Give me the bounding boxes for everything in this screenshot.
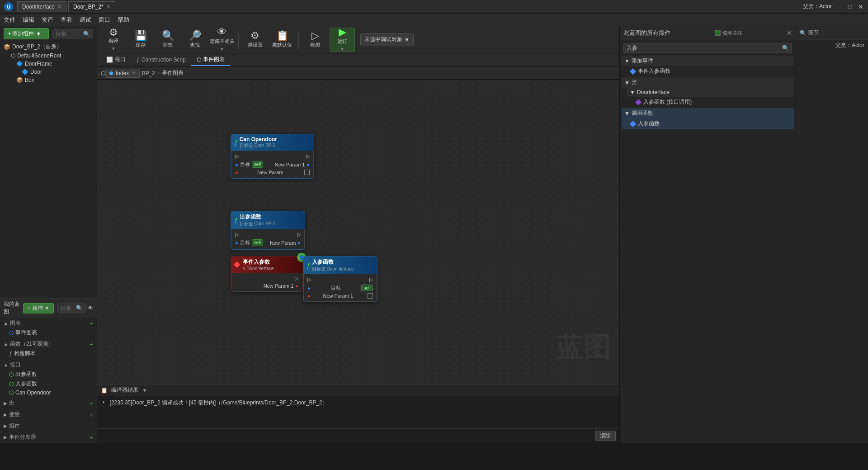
ops-subsection-doorinterface-header[interactable]: ▼ Doorinterface bbox=[627, 88, 794, 97]
bp-item-in-func[interactable]: ⬡ 入参函数 bbox=[0, 379, 97, 389]
eye-icon[interactable]: 👁 bbox=[88, 305, 93, 311]
component-search[interactable]: 🔍 bbox=[52, 29, 93, 38]
tree-item-door[interactable]: 🔷 Door bbox=[0, 68, 97, 76]
tree-item-defaultsceneroot[interactable]: ⬡ DefaultSceneRoot bbox=[0, 52, 97, 60]
add-function-button[interactable]: + bbox=[90, 341, 93, 348]
out-pin-event: ● bbox=[295, 283, 298, 289]
tab-close-icon[interactable]: ✕ bbox=[57, 4, 61, 9]
node-chu-can-shu[interactable]: ƒ 出参函数 目标是 Door BP 2 ▷ ▷ ● 目标 bbox=[231, 211, 305, 250]
exec-in-pin: ▷ bbox=[235, 153, 239, 159]
debug-filter[interactable]: 未选中调试对象 ▼ bbox=[360, 33, 414, 46]
blueprint-canvas[interactable]: ƒ Can Opendoor 目标是 Door BP 2 ▷ ▷ ● 目标 bbox=[97, 80, 619, 384]
menu-debug[interactable]: 调试 bbox=[80, 16, 91, 24]
operations-search[interactable]: 🔍 bbox=[623, 43, 792, 53]
clear-button[interactable]: 清除 bbox=[595, 431, 616, 441]
bp-controls: + 新增 ▼ 🔍 👁 bbox=[23, 303, 93, 313]
bp-section-macros-header[interactable]: ▶ 宏 + bbox=[0, 399, 97, 408]
tab-close-icon[interactable]: ✕ bbox=[106, 4, 110, 9]
add-macro-button[interactable]: + bbox=[90, 400, 93, 407]
out-pin-new-param1: ● bbox=[307, 162, 310, 167]
tree-item-self[interactable]: 📦 Door_BP_2（自身） bbox=[0, 42, 97, 52]
bp-item-can-opendoor[interactable]: ⬡ Can Opendoor bbox=[0, 389, 97, 397]
menu-view[interactable]: 查看 bbox=[61, 16, 72, 24]
browse-button[interactable]: 🔍 浏览 bbox=[155, 28, 180, 52]
tooltip-close-icon[interactable]: ✕ bbox=[132, 70, 136, 76]
breadcrumb: ⬡ ◀ ▶ ⊞ Door_BP_2 > 事件图表 Index ✕ bbox=[97, 67, 619, 80]
bp-section-graphs-header[interactable]: ▲ 图表 + bbox=[0, 318, 97, 328]
arrow-icon: ▲ bbox=[4, 321, 8, 326]
find-button[interactable]: 🔎 查找 bbox=[182, 28, 208, 52]
bp-section-variables-header[interactable]: ▶ 变量 + bbox=[0, 410, 97, 419]
center-area: ⚙ 编译 ▼ 💾 保存 🔍 浏览 🔎 查找 👁 隐藏不相关 ▼ bbox=[97, 26, 619, 443]
tab-door-bp2[interactable]: Door_BP_2* ✕ bbox=[68, 1, 115, 12]
ops-panel-close[interactable]: ✕ bbox=[787, 29, 792, 37]
node-row-exec2: ▷ ▷ bbox=[231, 231, 304, 238]
hide-dropdown-icon[interactable]: ▼ bbox=[219, 46, 225, 52]
ops-section-call-func-header[interactable]: ▼ 调用函数 bbox=[622, 108, 794, 119]
checkbox-new-param[interactable] bbox=[304, 170, 310, 175]
detail-panel: 🔍 细节 父类：Actor bbox=[796, 26, 868, 443]
ops-item-event-input-func[interactable]: 事件入参函数 bbox=[622, 66, 794, 76]
compiler-dropdown-icon[interactable]: ▼ bbox=[142, 387, 147, 394]
add-graph-button[interactable]: + bbox=[90, 320, 93, 327]
menu-file[interactable]: 文件 bbox=[4, 16, 15, 24]
bp-section-event-dispatchers-header[interactable]: ▶ 事件分发器 + bbox=[0, 432, 97, 442]
win-minimize[interactable]: ─ bbox=[835, 3, 843, 10]
toolbar-sep1 bbox=[238, 31, 239, 49]
tree-item-doorframe[interactable]: 🔷 DoorFrame bbox=[0, 60, 97, 68]
node-event-input[interactable]: 事件入参数 // Doorinterface ▷ New Param 1 ● bbox=[231, 256, 303, 292]
menu-assets[interactable]: 资产 bbox=[42, 16, 53, 24]
tab-viewport[interactable]: ⬜ 视口 bbox=[101, 54, 131, 66]
index-dot-icon bbox=[109, 71, 113, 75]
bp-search-input[interactable] bbox=[61, 305, 76, 311]
bp-section-interfaces-header[interactable]: ▲ 接口 bbox=[0, 360, 97, 370]
component-search-input[interactable] bbox=[56, 31, 83, 37]
menu-edit[interactable]: 编辑 bbox=[23, 16, 34, 24]
ops-section-add-event-header[interactable]: ▼ 添加事件 bbox=[622, 56, 794, 66]
menu-window[interactable]: 窗口 bbox=[99, 16, 110, 24]
operations-search-input[interactable] bbox=[627, 45, 780, 51]
bp-section-components-header[interactable]: ▶ 组件 bbox=[0, 421, 97, 431]
arrow-icon2: ▲ bbox=[4, 342, 8, 347]
play-dropdown-icon[interactable]: ▼ bbox=[339, 46, 345, 52]
simulate-button[interactable]: ▷ 模拟 bbox=[302, 28, 328, 52]
node-input-func[interactable]: ƒ 入参函数 目标是 Doorinterface ▷ ▷ ● 目标 bbox=[303, 256, 377, 302]
node-can-opendoor[interactable]: ƒ Can Opendoor 目标是 Door BP 2 ▷ ▷ ● 目标 bbox=[231, 134, 314, 179]
class-defaults-button[interactable]: 📋 类默认值 bbox=[269, 28, 295, 52]
checkbox-new-param-if[interactable] bbox=[368, 293, 373, 299]
win-maximize[interactable]: □ bbox=[846, 3, 854, 10]
node-title-chu: 出参函数 bbox=[240, 213, 275, 221]
arrow-icon4: ▶ bbox=[4, 401, 7, 406]
add-component-button[interactable]: + 添加组件 ▼ bbox=[4, 28, 49, 39]
win-close[interactable]: ✕ bbox=[857, 3, 864, 10]
new-blueprint-button[interactable]: + 新增 ▼ bbox=[23, 303, 53, 313]
tab-event-graph[interactable]: ⬡ 事件图表 bbox=[191, 54, 230, 66]
simulate-icon: ▷ bbox=[311, 31, 319, 41]
tab-doorinterface[interactable]: Doorinterface ✕ bbox=[17, 1, 66, 12]
compile-dropdown-icon[interactable]: ▼ bbox=[110, 45, 117, 52]
bp-section-functions-header[interactable]: ▲ 函数（21可覆盖） + bbox=[0, 339, 97, 349]
context-checkbox[interactable]: 情境关联 bbox=[715, 30, 742, 37]
tab-construction[interactable]: ƒ Construction Scrip bbox=[131, 55, 191, 66]
bp-search[interactable]: 🔍 bbox=[57, 304, 86, 313]
bp-item-event-graph[interactable]: ⬡ 事件图表 bbox=[0, 328, 97, 337]
tree-item-box[interactable]: 📦 Box bbox=[0, 76, 97, 84]
save-button[interactable]: 💾 保存 bbox=[128, 28, 153, 52]
hide-button[interactable]: 👁 隐藏不相关 ▼ bbox=[209, 28, 235, 52]
bp-item-out-func[interactable]: ⬡ 出参函数 bbox=[0, 370, 97, 379]
compile-button[interactable]: ⚙ 编译 ▼ bbox=[101, 28, 126, 52]
ops-item-interface-call[interactable]: 入参函数 (接口调用) bbox=[627, 97, 794, 107]
main-area: + 添加组件 ▼ 🔍 📦 Door_BP_2（自身） ⬡ DefaultScen… bbox=[0, 26, 868, 443]
class-settings-button[interactable]: ⚙ 类设置 bbox=[242, 28, 268, 52]
ops-item-call-input-func[interactable]: 入参函数 bbox=[622, 119, 794, 129]
add-variable-button[interactable]: + bbox=[90, 411, 93, 418]
ops-section-class-header[interactable]: ▼ 类 bbox=[622, 77, 794, 88]
context-checkbox-input[interactable] bbox=[715, 30, 721, 36]
bp-item-construction[interactable]: ƒ 构造脚本 bbox=[0, 349, 97, 358]
add-dispatcher-button[interactable]: + bbox=[90, 434, 93, 441]
event-diamond-icon bbox=[234, 261, 240, 268]
node-subtitle-chu: 目标是 Door BP 2 bbox=[240, 221, 275, 227]
play-button[interactable]: ▶ 运行 ▼ bbox=[330, 28, 355, 52]
menu-help[interactable]: 帮助 bbox=[118, 16, 129, 24]
editor-tabs: ⬜ 视口 ƒ Construction Scrip ⬡ 事件图表 bbox=[97, 53, 619, 67]
